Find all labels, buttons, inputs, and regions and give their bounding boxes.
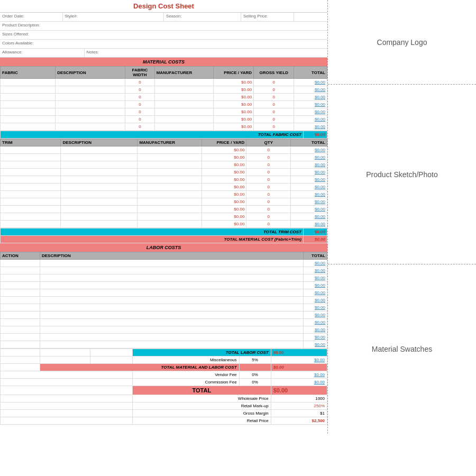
trim-qty[interactable]: 0 [246,221,291,228]
fabric-yield[interactable]: 0 [254,101,294,108]
trim-name[interactable] [1,154,61,161]
trim-qty[interactable]: 0 [246,176,291,184]
fabric-total[interactable]: $0.00 [294,94,327,101]
trim-desc[interactable] [61,176,138,184]
fabric-name[interactable] [1,79,56,86]
labor-desc[interactable] [40,304,304,312]
trim-name[interactable] [1,206,61,213]
fabric-total[interactable]: $0.00 [294,108,327,116]
fabric-desc[interactable] [56,86,125,94]
trim-name[interactable] [1,147,61,154]
trim-desc[interactable] [61,198,138,206]
trim-desc[interactable] [61,161,138,169]
fabric-mfr[interactable] [154,79,213,86]
trim-name[interactable] [1,221,61,228]
trim-price[interactable]: $0.00 [202,184,246,191]
labor-action[interactable] [1,341,40,349]
labor-desc[interactable] [40,274,304,282]
trim-desc[interactable] [61,221,138,228]
fabric-yield[interactable]: 0 [254,108,294,116]
trim-mfr[interactable] [138,169,202,176]
trim-name[interactable] [1,191,61,198]
trim-total[interactable]: $0.00 [291,147,327,154]
fabric-name[interactable] [1,108,56,116]
fabric-yield[interactable]: 0 [254,86,294,94]
trim-name[interactable] [1,198,61,206]
trim-price[interactable]: $0.00 [202,191,246,198]
fabric-width[interactable]: 0 [125,101,155,108]
trim-desc[interactable] [61,147,138,154]
labor-action[interactable] [1,304,40,312]
trim-qty[interactable]: 0 [246,169,291,176]
fabric-total[interactable]: $0.00 [294,86,327,94]
fabric-name[interactable] [1,94,56,101]
trim-qty[interactable]: 0 [246,213,291,221]
labor-total-cell[interactable]: $0.00 [304,341,327,349]
labor-total-cell[interactable]: $0.00 [304,274,327,282]
trim-total[interactable]: $0.00 [291,184,327,191]
trim-total[interactable]: $0.00 [291,206,327,213]
labor-desc[interactable] [40,267,304,274]
trim-qty[interactable]: 0 [246,154,291,161]
fabric-desc[interactable] [56,108,125,116]
labor-total-cell[interactable]: $0.00 [304,319,327,326]
trim-mfr[interactable] [138,221,202,228]
labor-action[interactable] [1,334,40,341]
trim-price[interactable]: $0.00 [202,206,246,213]
trim-qty[interactable]: 0 [246,147,291,154]
fabric-price[interactable]: $0.00 [213,116,253,123]
trim-desc[interactable] [61,184,138,191]
fabric-desc[interactable] [56,116,125,123]
trim-price[interactable]: $0.00 [202,154,246,161]
trim-name[interactable] [1,161,61,169]
fabric-price[interactable]: $0.00 [213,123,253,131]
fabric-yield[interactable]: 0 [254,123,294,131]
trim-mfr[interactable] [138,176,202,184]
trim-desc[interactable] [61,154,138,161]
labor-action[interactable] [1,260,40,267]
fabric-desc[interactable] [56,79,125,86]
trim-total[interactable]: $0.00 [291,198,327,206]
trim-total[interactable]: $0.00 [291,154,327,161]
labor-action[interactable] [1,312,40,319]
selling-price-val[interactable] [294,13,327,21]
trim-price[interactable]: $0.00 [202,213,246,221]
fabric-price[interactable]: $0.00 [213,86,253,94]
labor-total-cell[interactable]: $0.00 [304,326,327,334]
fabric-width[interactable]: 0 [125,79,155,86]
labor-desc[interactable] [40,289,304,297]
labor-total-cell[interactable]: $0.00 [304,289,327,297]
trim-desc[interactable] [61,206,138,213]
fabric-price[interactable]: $0.00 [213,79,253,86]
fabric-mfr[interactable] [154,108,213,116]
trim-mfr[interactable] [138,154,202,161]
fabric-width[interactable]: 0 [125,116,155,123]
fabric-mfr[interactable] [154,116,213,123]
labor-desc[interactable] [40,319,304,326]
fabric-mfr[interactable] [154,86,213,94]
fabric-price[interactable]: $0.00 [213,101,253,108]
trim-name[interactable] [1,213,61,221]
fabric-desc[interactable] [56,94,125,101]
labor-desc[interactable] [40,334,304,341]
trim-qty[interactable]: 0 [246,191,291,198]
fabric-total[interactable]: $0.00 [294,116,327,123]
trim-qty[interactable]: 0 [246,184,291,191]
trim-total[interactable]: $0.00 [291,213,327,221]
fabric-total[interactable]: $0.00 [294,123,327,131]
trim-qty[interactable]: 0 [246,198,291,206]
labor-desc[interactable] [40,282,304,289]
trim-mfr[interactable] [138,191,202,198]
trim-qty[interactable]: 0 [246,161,291,169]
labor-total-cell[interactable]: $0.00 [304,260,327,267]
trim-mfr[interactable] [138,161,202,169]
fabric-width[interactable]: 0 [125,108,155,116]
fabric-yield[interactable]: 0 [254,116,294,123]
labor-total-cell[interactable]: $0.00 [304,282,327,289]
trim-desc[interactable] [61,213,138,221]
trim-name[interactable] [1,169,61,176]
trim-price[interactable]: $0.00 [202,169,246,176]
trim-qty[interactable]: 0 [246,206,291,213]
trim-total[interactable]: $0.00 [291,161,327,169]
labor-desc[interactable] [40,341,304,349]
